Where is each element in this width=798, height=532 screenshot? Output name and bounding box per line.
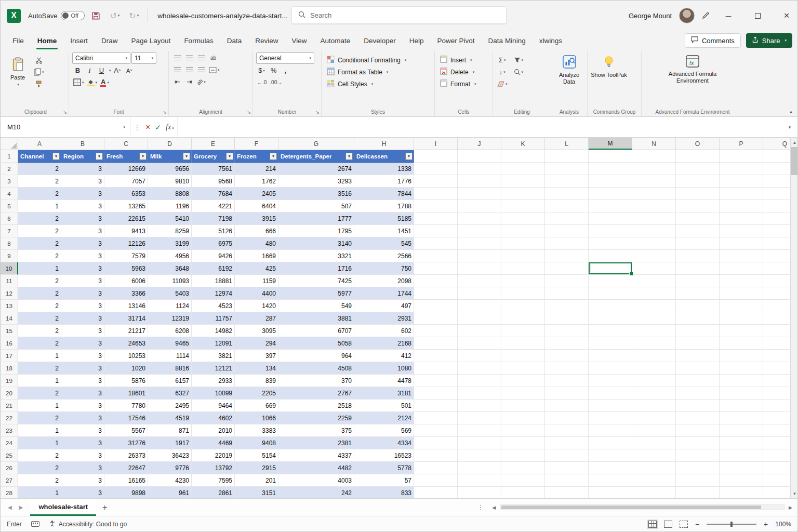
cell-O12[interactable] xyxy=(676,287,720,300)
cell-J1[interactable] xyxy=(458,150,501,163)
cell-P10[interactable] xyxy=(720,262,763,275)
cell-O22[interactable] xyxy=(676,412,720,424)
row-header-24[interactable]: 24 xyxy=(1,437,18,449)
cell-G1[interactable]: Detergents_Paper▾ xyxy=(278,150,354,163)
next-sheet-icon[interactable]: ▶ xyxy=(19,504,23,510)
cell-F11[interactable]: 1159 xyxy=(235,275,278,287)
cell-N16[interactable] xyxy=(632,337,676,350)
cell-A18[interactable]: 2 xyxy=(18,362,61,375)
zoom-level[interactable]: 100% xyxy=(775,521,791,528)
cell-G3[interactable]: 3293 xyxy=(278,175,354,188)
sort-filter-button[interactable]: ▾ xyxy=(513,55,525,65)
filter-button[interactable]: ▾ xyxy=(52,153,60,160)
cell-K28[interactable] xyxy=(501,487,545,498)
cell-Q19[interactable] xyxy=(763,375,790,387)
cell-C11[interactable]: 6006 xyxy=(104,275,148,287)
cell-C24[interactable]: 31276 xyxy=(104,437,148,449)
cell-M24[interactable] xyxy=(589,437,632,449)
cell-A25[interactable]: 2 xyxy=(18,449,61,462)
cell-Q5[interactable] xyxy=(763,200,790,212)
row-header-12[interactable]: 12 xyxy=(1,287,18,300)
cell-F24[interactable]: 9408 xyxy=(235,437,278,449)
cell-M3[interactable] xyxy=(589,175,632,188)
cell-I1[interactable] xyxy=(414,150,458,163)
cell-D18[interactable]: 8816 xyxy=(148,362,192,375)
cell-O27[interactable] xyxy=(676,474,720,487)
cell-J8[interactable] xyxy=(458,237,501,250)
cell-K13[interactable] xyxy=(501,300,545,312)
filter-button[interactable]: ▾ xyxy=(405,153,413,160)
cell-H14[interactable]: 2931 xyxy=(354,312,414,325)
cell-N8[interactable] xyxy=(632,237,676,250)
cell-D23[interactable]: 871 xyxy=(148,424,192,437)
cell-E4[interactable]: 7684 xyxy=(192,188,235,200)
show-toolpak-button[interactable]: Show ToolPak xyxy=(591,52,627,78)
cell-J16[interactable] xyxy=(458,337,501,350)
cell-B24[interactable]: 3 xyxy=(61,437,104,449)
cell-Q26[interactable] xyxy=(763,462,790,474)
zoom-slider[interactable] xyxy=(707,524,756,525)
cell-I9[interactable] xyxy=(414,250,458,262)
row-header-11[interactable]: 11 xyxy=(1,275,18,287)
row-header-1[interactable]: 1 xyxy=(1,150,18,163)
cell-Q23[interactable] xyxy=(763,424,790,437)
cell-C10[interactable]: 5963 xyxy=(104,262,148,275)
cell-B7[interactable]: 3 xyxy=(61,225,104,237)
cell-B11[interactable]: 3 xyxy=(61,275,104,287)
row-header-9[interactable]: 9 xyxy=(1,250,18,262)
column-header-G[interactable]: G xyxy=(278,138,354,150)
cell-J27[interactable] xyxy=(458,474,501,487)
delete-cells-button[interactable]: Delete▾ xyxy=(438,66,478,77)
cell-M26[interactable] xyxy=(589,462,632,474)
cell-K15[interactable] xyxy=(501,325,545,337)
cell-F10[interactable]: 425 xyxy=(235,262,278,275)
page-layout-view-icon[interactable] xyxy=(664,521,672,528)
cell-L20[interactable] xyxy=(545,387,589,400)
cell-P25[interactable] xyxy=(720,449,763,462)
pen-mode-icon[interactable] xyxy=(702,11,710,21)
cell-J26[interactable] xyxy=(458,462,501,474)
cell-O28[interactable] xyxy=(676,487,720,498)
cell-A1[interactable]: Channel▾ xyxy=(18,150,61,163)
row-header-19[interactable]: 19 xyxy=(1,375,18,387)
align-left-button[interactable] xyxy=(172,64,183,75)
cut-button[interactable] xyxy=(33,55,45,65)
ribbon-tab-help[interactable]: Help xyxy=(403,33,431,49)
cell-K19[interactable] xyxy=(501,375,545,387)
cell-F14[interactable]: 287 xyxy=(235,312,278,325)
cell-P1[interactable] xyxy=(720,150,763,163)
cell-A28[interactable]: 1 xyxy=(18,487,61,498)
cell-I11[interactable] xyxy=(414,275,458,287)
cell-K16[interactable] xyxy=(501,337,545,350)
cell-I16[interactable] xyxy=(414,337,458,350)
cell-O23[interactable] xyxy=(676,424,720,437)
cell-P21[interactable] xyxy=(720,400,763,412)
cell-B14[interactable]: 3 xyxy=(61,312,104,325)
wrap-text-button[interactable]: ab xyxy=(208,52,219,63)
cell-H18[interactable]: 1080 xyxy=(354,362,414,375)
cell-B28[interactable]: 3 xyxy=(61,487,104,498)
cell-H4[interactable]: 7844 xyxy=(354,188,414,200)
cell-M10[interactable] xyxy=(589,262,632,275)
ribbon-tab-automate[interactable]: Automate xyxy=(313,33,357,49)
cell-G11[interactable]: 7425 xyxy=(278,275,354,287)
bold-button[interactable]: B xyxy=(72,65,83,76)
cell-N5[interactable] xyxy=(632,200,676,212)
cell-O2[interactable] xyxy=(676,163,720,175)
cell-F13[interactable]: 1420 xyxy=(235,300,278,312)
cell-I23[interactable] xyxy=(414,424,458,437)
filter-button[interactable]: ▾ xyxy=(226,153,233,160)
collapse-ribbon-icon[interactable]: ▴ xyxy=(790,109,792,114)
cell-K21[interactable] xyxy=(501,400,545,412)
cell-K11[interactable] xyxy=(501,275,545,287)
cell-K24[interactable] xyxy=(501,437,545,449)
row-header-21[interactable]: 21 xyxy=(1,400,18,412)
cell-D14[interactable]: 12319 xyxy=(148,312,192,325)
cell-I10[interactable] xyxy=(414,262,458,275)
cell-A23[interactable]: 1 xyxy=(18,424,61,437)
cell-A27[interactable]: 2 xyxy=(18,474,61,487)
cell-H9[interactable]: 2566 xyxy=(354,250,414,262)
accounting-format-button[interactable]: $▾ xyxy=(256,65,267,76)
cell-J4[interactable] xyxy=(458,188,501,200)
cell-M23[interactable] xyxy=(589,424,632,437)
